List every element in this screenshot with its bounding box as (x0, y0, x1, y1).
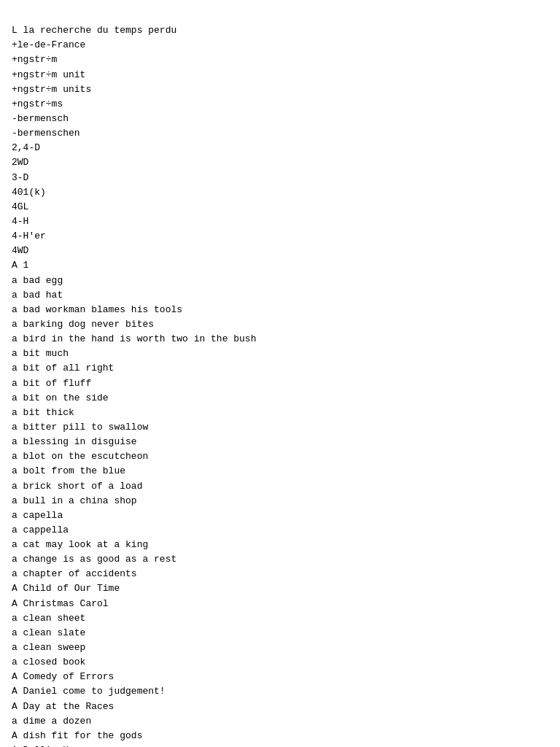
list-item: a bolt from the blue (12, 464, 548, 479)
word-list: L la recherche du temps perdu+le-de-Fran… (12, 9, 548, 747)
list-item: 4WD (12, 244, 548, 258)
list-item: a bit of all right (12, 361, 548, 376)
list-item: L la recherche du temps perdu (12, 23, 548, 38)
list-item: A Doll's House (12, 743, 548, 747)
list-item: A Comedy of Errors (12, 670, 548, 684)
list-item: -bermensch (12, 112, 548, 126)
list-item: a barking dog never bites (12, 317, 548, 332)
list-item: 4-H'er (12, 229, 548, 244)
list-item: a cappella (12, 523, 548, 538)
list-item: a bit of fluff (12, 376, 548, 391)
list-item: a change is as good as a rest (12, 552, 548, 567)
list-item: 4-H (12, 214, 548, 229)
list-item: +le-de-France (12, 38, 548, 53)
list-item: a cat may look at a king (12, 538, 548, 552)
list-item: a brick short of a load (12, 479, 548, 494)
list-item: a bull in a china shop (12, 494, 548, 508)
list-item: a bit much (12, 347, 548, 361)
list-item: 2,4-D (12, 141, 548, 155)
list-item: a capella (12, 508, 548, 523)
list-item: a blot on the escutcheon (12, 449, 548, 464)
list-item: a bad workman blames his tools (12, 303, 548, 317)
list-item: a bit thick (12, 406, 548, 420)
list-item: 4GL (12, 200, 548, 214)
list-item: +ngstr÷m units (12, 82, 548, 97)
list-item: A Child of Our Time (12, 581, 548, 596)
list-item: a bad egg (12, 274, 548, 288)
list-item: a bitter pill to swallow (12, 420, 548, 435)
list-item: a dime a dozen (12, 714, 548, 729)
list-item: 2WD (12, 155, 548, 170)
list-item: a clean sheet (12, 611, 548, 626)
list-item: a bad hat (12, 288, 548, 303)
list-item: a bird in the hand is worth two in the b… (12, 332, 548, 347)
list-item: -bermenschen (12, 126, 548, 141)
list-item: a chapter of accidents (12, 567, 548, 581)
list-item: +ngstr÷m unit (12, 68, 548, 82)
list-item: a bit on the side (12, 391, 548, 406)
list-item: a clean slate (12, 626, 548, 640)
list-item: 401(k) (12, 185, 548, 200)
list-item: a clean sweep (12, 640, 548, 655)
list-item: 3-D (12, 171, 548, 185)
list-item: A dish fit for the gods (12, 729, 548, 743)
list-item: A 1 (12, 258, 548, 273)
list-item: +ngstr÷m (12, 53, 548, 67)
list-item: +ngstr÷ms (12, 97, 548, 112)
list-item: a blessing in disguise (12, 435, 548, 449)
list-item: A Day at the Races (12, 700, 548, 714)
list-item: A Daniel come to judgement! (12, 684, 548, 699)
list-item: A Christmas Carol (12, 597, 548, 611)
list-item: a closed book (12, 655, 548, 670)
